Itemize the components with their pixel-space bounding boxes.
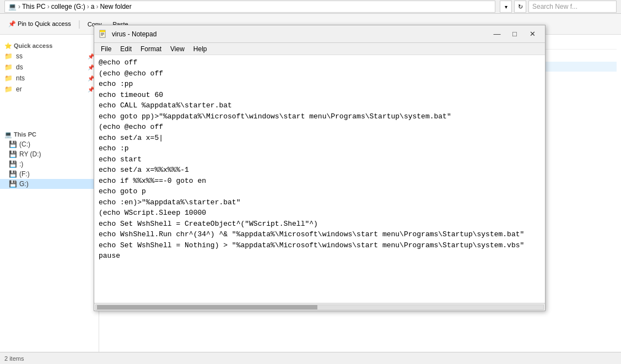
notepad-app-icon	[99, 30, 107, 39]
sidebar-item-ds[interactable]: 📁 ds 📌	[0, 62, 99, 73]
sidebar-drive-c[interactable]: 💾 (C:)	[0, 139, 99, 149]
folder-icon-2: 📁	[4, 63, 13, 71]
drive-label-g: G:)	[19, 180, 29, 188]
hscroll-thumb	[97, 305, 317, 309]
search-label: Search New f...	[532, 3, 577, 10]
sidebar-item-er[interactable]: 📁 er 📌	[0, 84, 99, 95]
svg-rect-1	[100, 30, 105, 32]
folder-icon-4: 📁	[4, 85, 13, 93]
sidebar-drive-g[interactable]: 💾 G:)	[0, 179, 99, 189]
close-button[interactable]: ✕	[524, 28, 541, 40]
breadcrumb-icon: 💻	[8, 3, 17, 10]
breadcrumb[interactable]: 💻 › This PC › college (G:) › a › New fol…	[4, 1, 495, 13]
breadcrumb-folder2: New folder	[100, 3, 131, 10]
drive-label-f: (F:)	[19, 170, 30, 178]
menu-help[interactable]: Help	[189, 44, 212, 54]
status-text: 2 items	[4, 355, 24, 362]
menu-file[interactable]: File	[96, 44, 116, 54]
drive-icon-c: 💾	[9, 140, 17, 148]
refresh-button[interactable]: ↻	[514, 1, 526, 13]
chevron-icon: ›	[18, 3, 20, 10]
sidebar-drive-e[interactable]: 💾 :)	[0, 159, 99, 169]
toolbar-pin-button[interactable]: 📌 Pin to Quick access	[4, 19, 75, 29]
sidebar: ⭐ Quick access 📁 ss 📌 📁 ds 📌 📁 nts 📌 📁 e…	[0, 35, 99, 352]
drive-icon-g: 💾	[9, 180, 17, 188]
sidebar-label-ds: ds	[16, 63, 23, 71]
notepad-content: @echo off (echo @echo off echo :pp echo …	[94, 55, 545, 303]
maximize-button[interactable]: □	[506, 28, 523, 40]
menu-format[interactable]: Format	[136, 44, 166, 54]
notepad-hscroll[interactable]	[94, 303, 545, 311]
status-bar: 2 items	[0, 352, 621, 364]
sidebar-thispc-label: 💻 This PC	[0, 128, 99, 139]
sidebar-item-nts[interactable]: 📁 nts 📌	[0, 73, 99, 84]
menu-view[interactable]: View	[166, 44, 189, 54]
drive-label-c: (C:)	[19, 140, 30, 148]
sidebar-label-er: er	[16, 85, 22, 93]
sidebar-drive-d[interactable]: 💾 RY (D:)	[0, 149, 99, 159]
menu-edit[interactable]: Edit	[116, 44, 136, 54]
chevron-icon-3: ›	[87, 3, 89, 10]
sidebar-quick-access-label: ⭐ Quick access	[0, 39, 99, 51]
drive-icon-f: 💾	[9, 170, 17, 178]
chevron-icon-2: ›	[47, 3, 50, 10]
notepad-menubar: File Edit Format View Help	[94, 43, 545, 55]
sidebar-label-ss: ss	[16, 52, 23, 60]
drive-icon-e: 💾	[9, 160, 17, 168]
dropdown-button[interactable]: ▾	[500, 1, 512, 13]
notepad-titlebar: virus - Notepad — □ ✕	[94, 25, 545, 43]
notepad-window: virus - Notepad — □ ✕ File Edit Format V…	[94, 25, 546, 311]
explorer-titlebar: 💻 › This PC › college (G:) › a › New fol…	[0, 0, 621, 14]
folder-icon: 📁	[4, 52, 13, 60]
drive-label-e: :)	[19, 160, 23, 168]
breadcrumb-drive: college (G:)	[51, 3, 85, 10]
drive-label-d: RY (D:)	[19, 150, 41, 158]
search-box[interactable]: Search New f...	[528, 1, 617, 13]
minimize-button[interactable]: —	[489, 28, 505, 40]
sidebar-drive-f[interactable]: 💾 (F:)	[0, 169, 99, 179]
sidebar-label-nts: nts	[16, 74, 25, 82]
folder-icon-3: 📁	[4, 74, 13, 82]
breadcrumb-pc: This PC	[22, 3, 46, 10]
notepad-title: virus - Notepad	[112, 30, 488, 38]
chevron-icon-4: ›	[96, 3, 98, 10]
drive-icon-d: 💾	[9, 150, 17, 158]
hscroll-track	[95, 305, 544, 310]
breadcrumb-folder1: a	[91, 3, 95, 10]
sidebar-item-ss[interactable]: 📁 ss 📌	[0, 51, 99, 62]
notepad-textarea[interactable]: @echo off (echo @echo off echo :pp echo …	[94, 55, 545, 303]
